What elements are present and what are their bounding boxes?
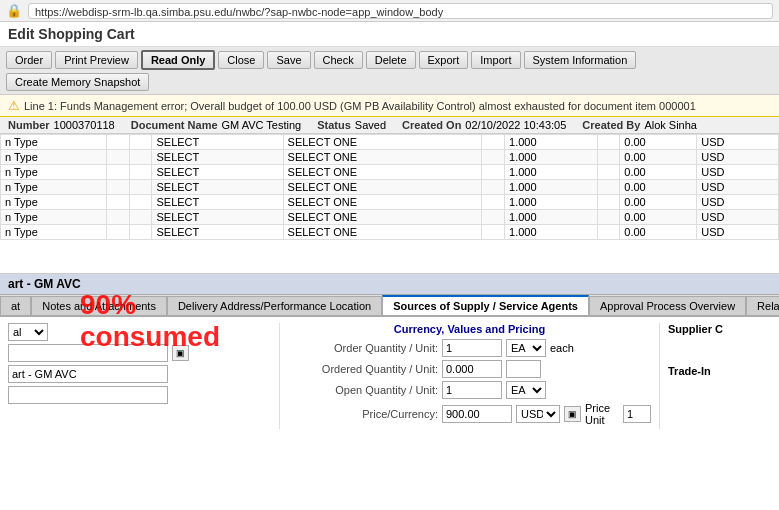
close-button[interactable]: Close bbox=[218, 51, 264, 69]
table-cell: SELECT ONE bbox=[283, 165, 482, 180]
create-memory-snapshot-button[interactable]: Create Memory Snapshot bbox=[6, 73, 149, 91]
table-cell: USD bbox=[697, 180, 779, 195]
table-cell: n Type bbox=[1, 135, 107, 150]
table-row: n TypeSELECTSELECT ONE1.0000.00USD bbox=[1, 225, 779, 240]
price-input[interactable] bbox=[442, 405, 512, 423]
table-cell bbox=[482, 150, 505, 165]
print-preview-button[interactable]: Print Preview bbox=[55, 51, 138, 69]
table-cell: n Type bbox=[1, 150, 107, 165]
table-row: n TypeSELECTSELECT ONE1.0000.00USD bbox=[1, 135, 779, 150]
table-cell: 1.000 bbox=[505, 135, 597, 150]
table-cell bbox=[129, 210, 152, 225]
copy-btn1[interactable]: ▣ bbox=[172, 345, 189, 361]
table-cell: USD bbox=[697, 210, 779, 225]
price-unit-input[interactable] bbox=[623, 405, 651, 423]
table-cell bbox=[106, 150, 129, 165]
ordered-qty-label: Ordered Quantity / Unit: bbox=[288, 363, 438, 375]
left-field2[interactable] bbox=[8, 365, 168, 383]
table-cell: 0.00 bbox=[620, 165, 697, 180]
table-cell: SELECT bbox=[152, 165, 283, 180]
left-field3[interactable] bbox=[8, 386, 168, 404]
created-on-label: Created On bbox=[402, 119, 461, 131]
table-cell: SELECT ONE bbox=[283, 210, 482, 225]
table-cell: USD bbox=[697, 165, 779, 180]
import-button[interactable]: Import bbox=[471, 51, 520, 69]
save-button[interactable]: Save bbox=[267, 51, 310, 69]
tabs-bar: atNotes and AttachmentsDelivery Address/… bbox=[0, 295, 779, 317]
table-cell: 0.00 bbox=[620, 180, 697, 195]
export-button[interactable]: Export bbox=[419, 51, 469, 69]
open-qty-unit[interactable]: EA bbox=[506, 381, 546, 399]
price-copy-btn[interactable]: ▣ bbox=[564, 406, 581, 422]
table-cell: SELECT ONE bbox=[283, 225, 482, 240]
table-cell: 1.000 bbox=[505, 210, 597, 225]
system-info-button[interactable]: System Information bbox=[524, 51, 637, 69]
warning-text: Line 1: Funds Management error; Overall … bbox=[24, 100, 696, 112]
table-cell: SELECT bbox=[152, 210, 283, 225]
table-cell bbox=[106, 195, 129, 210]
tab-approval[interactable]: Approval Process Overview bbox=[589, 296, 746, 315]
table-cell: n Type bbox=[1, 180, 107, 195]
table-cell: USD bbox=[697, 150, 779, 165]
table-cell: 1.000 bbox=[505, 225, 597, 240]
table-cell: SELECT bbox=[152, 135, 283, 150]
table-cell: SELECT bbox=[152, 225, 283, 240]
table-cell bbox=[597, 180, 620, 195]
delete-button[interactable]: Delete bbox=[366, 51, 416, 69]
order-button[interactable]: Order bbox=[6, 51, 52, 69]
table-cell bbox=[482, 225, 505, 240]
table-cell bbox=[482, 210, 505, 225]
table-cell bbox=[482, 135, 505, 150]
created-on-value: 02/10/2022 10:43:05 bbox=[465, 119, 566, 131]
table-cell: SELECT bbox=[152, 180, 283, 195]
currency-section-title: Currency, Values and Pricing bbox=[288, 323, 651, 335]
table-cell: SELECT ONE bbox=[283, 195, 482, 210]
number-value: 1000370118 bbox=[54, 119, 115, 131]
table-cell: 0.00 bbox=[620, 210, 697, 225]
lock-icon: 🔒 bbox=[6, 3, 22, 18]
left-field1[interactable] bbox=[8, 344, 168, 362]
section-title: art - GM AVC bbox=[0, 274, 779, 295]
table-row: n TypeSELECTSELECT ONE1.0000.00USD bbox=[1, 165, 779, 180]
table-cell: 1.000 bbox=[505, 165, 597, 180]
tab-related[interactable]: Related Documents bbox=[746, 296, 779, 315]
toolbar: Order Print Preview Read Only Close Save… bbox=[0, 47, 779, 95]
created-by-value: Alok Sinha bbox=[644, 119, 697, 131]
number-label: Number bbox=[8, 119, 50, 131]
table-cell bbox=[129, 195, 152, 210]
url-bar[interactable]: https://webdisp-srm-lb.qa.simba.psu.edu/… bbox=[28, 3, 773, 19]
read-only-button[interactable]: Read Only bbox=[141, 50, 215, 70]
price-currency-label: Price/Currency: bbox=[288, 408, 438, 420]
trade-in-label: Trade-In bbox=[668, 365, 771, 377]
left-dropdown[interactable]: al bbox=[8, 323, 48, 341]
tab-notes[interactable]: Notes and Attachments bbox=[31, 296, 167, 315]
tab-sources[interactable]: Sources of Supply / Service Agents bbox=[382, 295, 589, 315]
table-cell: 1.000 bbox=[505, 180, 597, 195]
check-button[interactable]: Check bbox=[314, 51, 363, 69]
table-cell: SELECT bbox=[152, 150, 283, 165]
table-cell bbox=[597, 210, 620, 225]
ordered-qty-unit-input[interactable] bbox=[506, 360, 541, 378]
table-cell: 0.00 bbox=[620, 225, 697, 240]
order-qty-label: Order Quantity / Unit: bbox=[288, 342, 438, 354]
order-qty-unit[interactable]: EA bbox=[506, 339, 546, 357]
table-cell: SELECT bbox=[152, 195, 283, 210]
table-cell: USD bbox=[697, 195, 779, 210]
info-bar: Number 1000370118 Document Name GM AVC T… bbox=[0, 117, 779, 134]
table-cell bbox=[597, 135, 620, 150]
table-cell bbox=[482, 165, 505, 180]
form-left: al ▣ bbox=[0, 323, 280, 429]
open-qty-input[interactable] bbox=[442, 381, 502, 399]
form-center: Currency, Values and Pricing Order Quant… bbox=[280, 323, 659, 429]
order-qty-input[interactable] bbox=[442, 339, 502, 357]
table-cell: SELECT ONE bbox=[283, 135, 482, 150]
browser-nav-icons: 🔒 bbox=[6, 3, 22, 18]
ordered-qty-input[interactable] bbox=[442, 360, 502, 378]
table-row: n TypeSELECTSELECT ONE1.0000.00USD bbox=[1, 210, 779, 225]
tab-delivery[interactable]: Delivery Address/Performance Location bbox=[167, 296, 382, 315]
tab-at[interactable]: at bbox=[0, 296, 31, 315]
page-title: Edit Shopping Cart bbox=[0, 22, 779, 47]
table-cell: n Type bbox=[1, 195, 107, 210]
table-cell: 1.000 bbox=[505, 195, 597, 210]
price-currency-select[interactable]: USD bbox=[516, 405, 560, 423]
